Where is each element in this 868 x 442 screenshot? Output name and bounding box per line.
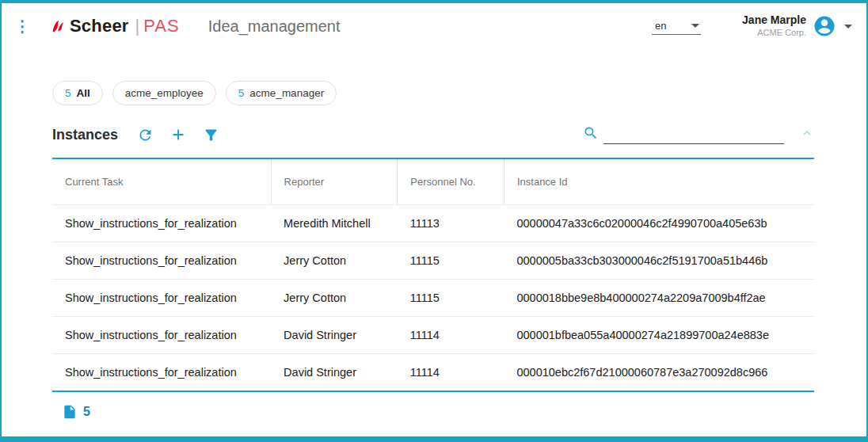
instances-table-body: Show_instructions_for_realization Meredi… xyxy=(52,205,814,392)
user-text: Jane Marple ACME Corp. xyxy=(742,13,806,38)
user-company: ACME Corp. xyxy=(742,28,806,39)
search-icon[interactable] xyxy=(583,125,599,144)
chip-label: All xyxy=(77,87,90,99)
cell-personnel-no: 11115 xyxy=(398,280,504,317)
table-row[interactable]: Show_instructions_for_realization Jerry … xyxy=(52,280,814,317)
chip-all[interactable]: 5 All xyxy=(52,81,103,105)
document-count-icon xyxy=(62,404,78,420)
instances-table: Current Task Reporter Personnel No. Inst… xyxy=(52,158,814,392)
user-menu[interactable]: Jane Marple ACME Corp. xyxy=(742,13,852,38)
menu-kebab-icon[interactable]: ⋮ xyxy=(14,18,30,34)
chip-label: acme_manager xyxy=(249,87,324,99)
brand-divider: | xyxy=(135,16,140,36)
search-group xyxy=(583,125,784,144)
brand-name: Scheer xyxy=(70,16,129,36)
collapse-chevron-up-icon[interactable] xyxy=(800,126,814,143)
table-row[interactable]: Show_instructions_for_realization David … xyxy=(52,317,814,354)
instance-count: 5 xyxy=(83,405,90,419)
cell-reporter: Jerry Cotton xyxy=(271,280,398,317)
language-value: en xyxy=(655,20,666,32)
add-icon[interactable] xyxy=(169,126,187,143)
chip-label: acme_employee xyxy=(125,87,204,99)
column-header-personnel-no[interactable]: Personnel No. xyxy=(398,158,504,205)
user-name: Jane Marple xyxy=(742,13,806,28)
chip-acme-employee[interactable]: acme_employee xyxy=(112,81,216,105)
cell-personnel-no: 11114 xyxy=(398,354,504,392)
cell-reporter: David Stringer xyxy=(271,354,398,392)
scheer-logo-icon xyxy=(49,17,67,35)
cell-current-task: Show_instructions_for_realization xyxy=(52,242,271,280)
cell-current-task: Show_instructions_for_realization xyxy=(52,317,271,354)
cell-instance-id: 000001bfbea055a40000274a21899700a24e883e xyxy=(504,317,814,354)
cell-instance-id: 00000047a33c6c02000046c2f4990700a405e63b xyxy=(504,205,814,242)
page-title: Idea_management xyxy=(208,17,341,36)
instances-table-wrap: Current Task Reporter Personnel No. Inst… xyxy=(52,158,814,392)
app-window: ⋮ Scheer | PAS Idea_management en Jane M… xyxy=(0,0,868,442)
avatar-icon[interactable] xyxy=(813,14,836,38)
cell-reporter: David Stringer xyxy=(271,317,398,354)
table-row[interactable]: Show_instructions_for_realization David … xyxy=(52,354,814,392)
search-input[interactable] xyxy=(603,127,784,144)
column-header-current-task[interactable]: Current Task xyxy=(52,158,271,205)
chevron-down-icon[interactable] xyxy=(844,25,852,29)
column-header-reporter[interactable]: Reporter xyxy=(271,158,398,205)
instances-toolbar: Instances xyxy=(52,123,814,147)
cell-reporter: Jerry Cotton xyxy=(271,242,398,280)
table-row[interactable]: Show_instructions_for_realization Meredi… xyxy=(52,205,814,242)
section-title: Instances xyxy=(52,127,118,143)
chevron-down-icon xyxy=(691,24,699,28)
cell-reporter: Meredith Mitchell xyxy=(271,205,398,242)
brand-suffix: PAS xyxy=(143,16,179,36)
chip-acme-manager[interactable]: 5 acme_manager xyxy=(226,81,337,105)
cell-personnel-no: 11115 xyxy=(398,242,504,280)
table-footer: 5 xyxy=(62,404,814,420)
cell-instance-id: 0000005ba33cb303000046c2f5191700a51b446b xyxy=(504,242,814,280)
chip-count: 5 xyxy=(238,87,245,99)
filter-icon[interactable] xyxy=(203,127,219,143)
chip-count: 5 xyxy=(65,87,71,99)
brand-logo: Scheer | PAS xyxy=(49,16,180,36)
language-select[interactable]: en xyxy=(652,18,701,35)
cell-instance-id: 0000018bbe9e8b400000274a2209a7009b4ff2ae xyxy=(504,280,814,317)
header-bar: ⋮ Scheer | PAS Idea_management en Jane M… xyxy=(2,3,866,49)
cell-current-task: Show_instructions_for_realization xyxy=(52,205,271,242)
column-header-instance-id[interactable]: Instance Id xyxy=(504,158,814,205)
cell-personnel-no: 11113 xyxy=(398,205,504,242)
cell-current-task: Show_instructions_for_realization xyxy=(52,280,271,317)
cell-instance-id: 000010ebc2f67d21000060787e3a270092d8c966 xyxy=(504,354,814,392)
table-row[interactable]: Show_instructions_for_realization Jerry … xyxy=(52,242,814,280)
cell-current-task: Show_instructions_for_realization xyxy=(52,354,271,392)
cell-personnel-no: 11114 xyxy=(398,317,504,354)
refresh-icon[interactable] xyxy=(137,127,154,143)
filter-chips-row: 5 All acme_employee 5 acme_manager xyxy=(2,81,866,105)
table-header: Current Task Reporter Personnel No. Inst… xyxy=(52,158,814,205)
